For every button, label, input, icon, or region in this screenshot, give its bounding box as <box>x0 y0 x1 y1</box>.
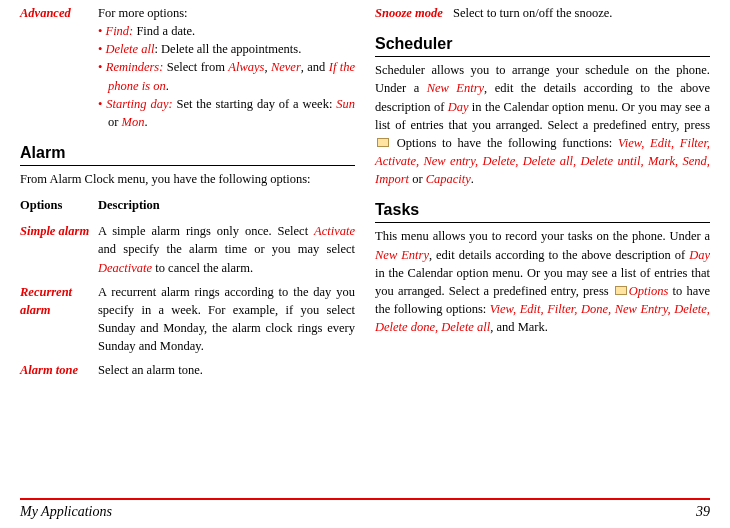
bullet-reminders: Reminders: Select from Always, Never, an… <box>98 58 355 94</box>
sc-day: Day <box>448 100 469 114</box>
start-sun: Sun <box>336 97 355 111</box>
recurrent-alarm-label: Recurrent alarm <box>20 283 98 356</box>
sa-t2: and specify the alarm time or you may se… <box>98 242 355 256</box>
tk-newentry: New Entry <box>375 248 429 262</box>
find-key: Find: <box>106 24 134 38</box>
start-p: . <box>144 115 147 129</box>
sc-period: . <box>471 172 474 186</box>
options-softkey-icon <box>615 286 627 295</box>
start-mid: Set the starting day of a week: <box>173 97 337 111</box>
snooze-label: Snooze mode <box>375 4 453 22</box>
options-softkey-icon <box>377 138 389 147</box>
tasks-heading: Tasks <box>375 198 710 223</box>
start-mon: Mon <box>122 115 145 129</box>
rem-p: . <box>166 79 169 93</box>
sa-deactivate: Deactivate <box>98 261 152 275</box>
tasks-para: This menu allows you to record your task… <box>375 227 710 336</box>
simple-alarm-label: Simple alarm <box>20 222 98 276</box>
sa-activate: Activate <box>314 224 355 238</box>
th-options: Options <box>20 196 98 214</box>
sc-t4: Options to have the following functions: <box>391 136 618 150</box>
rem-never: Never <box>271 60 301 74</box>
alarm-heading: Alarm <box>20 141 355 166</box>
sa-t1: A simple alarm rings only once. Select <box>98 224 314 238</box>
advanced-desc: For more options: Find: Find a date. Del… <box>98 4 355 131</box>
scheduler-heading: Scheduler <box>375 32 710 57</box>
rem-always: Always <box>228 60 264 74</box>
tk-options: Options <box>629 284 669 298</box>
rem-and: , and <box>301 60 329 74</box>
sc-or: or <box>409 172 426 186</box>
options-table-header: Options Description <box>20 196 355 214</box>
advanced-label: Advanced <box>20 4 98 131</box>
tk-t5: , and Mark. <box>490 320 548 334</box>
tk-t1: This menu allows you to record your task… <box>375 229 710 243</box>
deleteall-rest: : Delete all the appointments. <box>154 42 301 56</box>
advanced-intro: For more options: <box>98 6 188 20</box>
footer-title: My Applications <box>20 504 112 520</box>
rem-key: Reminders: <box>106 60 164 74</box>
snooze-desc: Select to turn on/off the snooze. <box>453 4 710 22</box>
alarm-tone-label: Alarm tone <box>20 361 98 379</box>
bullet-deleteall: Delete all: Delete all the appointments. <box>98 40 355 58</box>
th-description: Description <box>98 196 160 214</box>
deleteall-key: Delete all <box>106 42 155 56</box>
page-footer: My Applications 39 <box>20 498 710 520</box>
bullet-find: Find: Find a date. <box>98 22 355 40</box>
bullet-starting: Starting day: Set the starting day of a … <box>98 95 355 131</box>
alarm-intro: From Alarm Clock menu, you have the foll… <box>20 170 355 188</box>
start-key: Starting day: <box>106 97 172 111</box>
rem-mid1: Select from <box>163 60 228 74</box>
start-or: or <box>108 115 122 129</box>
tk-day: Day <box>689 248 710 262</box>
recurrent-alarm-desc: A recurrent alarm rings according to the… <box>98 283 355 356</box>
scheduler-para: Scheduler allows you to arrange your sch… <box>375 61 710 188</box>
footer-page: 39 <box>696 504 710 520</box>
sc-capacity: Capacity <box>426 172 471 186</box>
alarm-tone-desc: Select an alarm tone. <box>98 361 355 379</box>
sa-t3: to cancel the alarm. <box>152 261 253 275</box>
find-rest: Find a date. <box>133 24 195 38</box>
simple-alarm-desc: A simple alarm rings only once. Select A… <box>98 222 355 276</box>
sc-newentry: New Entry <box>427 81 484 95</box>
tk-t2: , edit details according to the above de… <box>429 248 689 262</box>
